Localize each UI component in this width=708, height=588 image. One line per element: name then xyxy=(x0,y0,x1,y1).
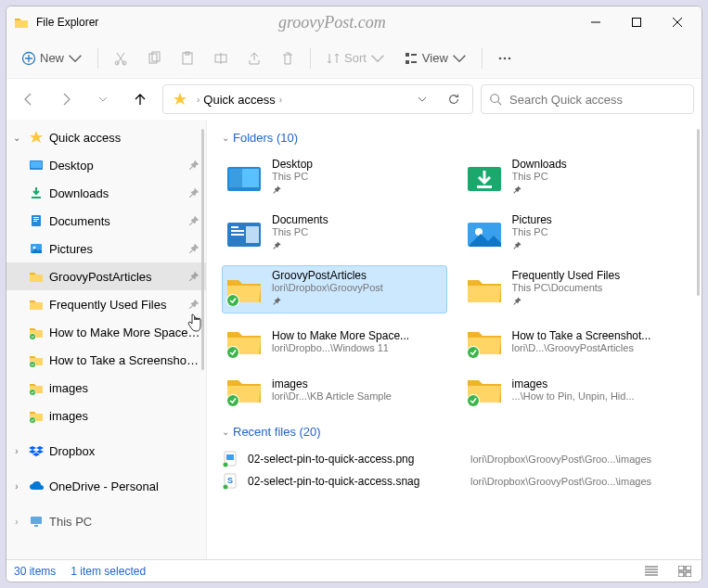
folder-item[interactable]: How to Make More Space... lori\Dropbo...… xyxy=(222,321,447,362)
snag-file-icon xyxy=(222,473,238,490)
folder-item[interactable]: GroovyPostArticles lori\Dropbox\GroovyPo… xyxy=(222,265,447,313)
sidebar-item[interactable]: Documents xyxy=(6,207,206,235)
plus-circle-icon xyxy=(21,51,36,66)
sidebar-item[interactable]: images xyxy=(6,402,206,429)
refresh-button[interactable] xyxy=(439,84,469,114)
folder-item[interactable]: images ...\How to Pin, Unpin, Hid... xyxy=(462,369,688,410)
svg-rect-53 xyxy=(686,572,691,577)
sidebar-item[interactable]: Desktop xyxy=(6,151,206,179)
window-title: File Explorer xyxy=(36,16,98,29)
up-button[interactable] xyxy=(125,84,155,114)
folder-sync-big-icon xyxy=(225,273,263,306)
downloads-big-icon xyxy=(466,161,503,195)
svg-rect-50 xyxy=(678,566,684,570)
sidebar-item-label: Pictures xyxy=(49,242,182,256)
large-icons-view-button[interactable] xyxy=(676,564,694,579)
share-button[interactable] xyxy=(239,44,269,73)
address-dropdown-button[interactable] xyxy=(407,84,437,114)
folder-path: lori\Dropbox\GroovyPost xyxy=(272,282,444,293)
maximize-button[interactable] xyxy=(616,8,657,36)
svg-point-38 xyxy=(122,61,126,65)
pin-icon xyxy=(187,298,200,311)
chevron-down-icon xyxy=(68,51,83,66)
folders-header[interactable]: ⌄ Folders (10) xyxy=(222,131,687,145)
sidebar-item[interactable]: images xyxy=(6,374,206,402)
sidebar-item-dropbox[interactable]: › Dropbox xyxy=(6,437,206,465)
rename-button[interactable] xyxy=(206,44,236,73)
scrollbar[interactable] xyxy=(201,129,204,370)
toolbar: New Sort View xyxy=(6,38,702,79)
new-button[interactable]: New xyxy=(14,44,90,73)
status-selected: 1 item selected xyxy=(71,565,146,578)
search-box[interactable] xyxy=(481,84,694,114)
folder-icon xyxy=(29,297,44,312)
folder-item[interactable]: images lori\Dr...\KB Article Sample xyxy=(222,369,447,410)
view-icon xyxy=(404,51,418,66)
sidebar-item[interactable]: Pictures xyxy=(6,235,206,262)
folder-name: images xyxy=(272,377,444,390)
file-path: lori\Dropbox\GroovyPost\Groo...\images xyxy=(470,454,687,465)
svg-point-46 xyxy=(499,57,502,59)
rename-icon xyxy=(213,51,228,66)
sort-button[interactable]: Sort xyxy=(318,44,393,73)
svg-rect-51 xyxy=(686,566,691,570)
file-name: 02-select-pin-to-quick-access.snag xyxy=(248,475,461,488)
sidebar-item-onedrive[interactable]: › OneDrive - Personal xyxy=(6,472,206,500)
sidebar-item-label: Dropbox xyxy=(49,444,200,458)
sort-icon xyxy=(326,51,341,66)
folder-item[interactable]: How to Take a Screenshot... lori\D...\Gr… xyxy=(462,321,688,362)
delete-button[interactable] xyxy=(273,44,303,73)
forward-button[interactable] xyxy=(51,84,81,114)
sidebar-item[interactable]: GroovyPostArticles xyxy=(6,262,206,290)
paste-button[interactable] xyxy=(173,44,202,73)
search-icon xyxy=(489,93,502,106)
cut-button[interactable] xyxy=(106,44,135,73)
documents-big-icon xyxy=(225,217,263,250)
chevron-right-icon[interactable]: › xyxy=(10,446,23,456)
chevron-right-icon[interactable]: › xyxy=(10,517,23,527)
content-pane: ⌄ Folders (10) Desktop This PC Downloads… xyxy=(207,120,702,559)
pin-icon xyxy=(187,186,200,199)
folder-item[interactable]: Downloads This PC xyxy=(462,154,688,202)
paste-icon xyxy=(180,51,195,66)
folder-name: Documents xyxy=(272,213,444,226)
chevron-right-icon: › xyxy=(197,95,200,105)
svg-rect-45 xyxy=(405,60,409,64)
recent-file-item[interactable]: 02-select-pin-to-quick-access.png lori\D… xyxy=(222,448,687,470)
copy-button[interactable] xyxy=(139,44,169,73)
sidebar-item-this-pc[interactable]: › This PC xyxy=(6,507,206,535)
sidebar-item[interactable]: Downloads xyxy=(6,179,206,207)
minimize-button[interactable] xyxy=(575,8,616,36)
folder-item[interactable]: Pictures This PC xyxy=(462,210,688,258)
folder-path: This PC xyxy=(512,171,684,182)
details-view-button[interactable] xyxy=(642,564,661,579)
view-button[interactable]: View xyxy=(396,44,474,73)
sidebar-item-quick-access[interactable]: ⌄ Quick access xyxy=(6,123,206,151)
trash-icon xyxy=(280,51,295,66)
pin-icon xyxy=(512,296,522,306)
breadcrumb-box[interactable]: › Quick access › xyxy=(162,84,473,114)
folder-item[interactable]: Frequently Used Files This PC\Documents xyxy=(462,265,688,313)
recent-button[interactable] xyxy=(88,84,118,114)
breadcrumb[interactable]: Quick access xyxy=(203,93,275,107)
sidebar-item[interactable]: Frequently Used Files xyxy=(6,290,206,318)
folder-name: Downloads xyxy=(512,158,684,171)
sidebar-item[interactable]: How to Make More Space Av xyxy=(6,318,206,346)
pin-icon xyxy=(512,240,522,250)
back-button[interactable] xyxy=(14,84,44,114)
sidebar-item[interactable]: How to Take a Screenshot on xyxy=(6,346,206,374)
close-button[interactable] xyxy=(657,8,698,36)
folder-item[interactable]: Desktop This PC xyxy=(222,154,447,202)
more-button[interactable] xyxy=(490,44,520,73)
folder-item[interactable]: Documents This PC xyxy=(222,210,447,258)
chevron-down-icon[interactable]: ⌄ xyxy=(10,133,23,143)
recent-header[interactable]: ⌄ Recent files (20) xyxy=(222,425,687,439)
view-label: View xyxy=(422,51,448,65)
scrollbar[interactable] xyxy=(697,129,700,296)
search-input[interactable] xyxy=(509,93,686,107)
chevron-down-icon: ⌄ xyxy=(222,427,229,437)
documents-icon xyxy=(29,213,44,228)
chevron-right-icon[interactable]: › xyxy=(10,481,23,492)
pin-icon xyxy=(187,242,200,255)
recent-file-item[interactable]: 02-select-pin-to-quick-access.snag lori\… xyxy=(222,470,687,492)
